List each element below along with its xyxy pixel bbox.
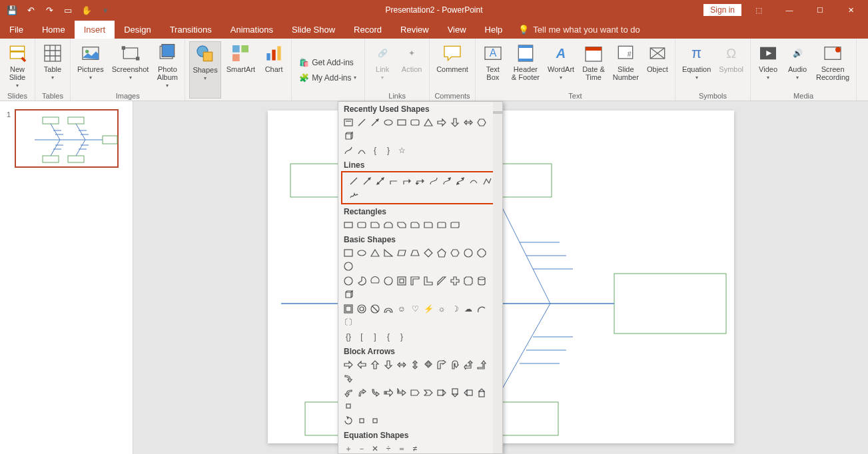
arrow-quad-icon[interactable] [422, 359, 434, 371]
shape-rectangle-icon[interactable] [396, 116, 408, 128]
chart-button[interactable]: Chart [260, 41, 287, 99]
freeform-icon[interactable] [481, 175, 493, 187]
equation-button[interactable]: πEquation▾ [679, 41, 713, 91]
chord-icon[interactable] [369, 275, 381, 287]
snip-same-rect-icon[interactable] [382, 219, 394, 231]
arrow-left-icon[interactable] [356, 359, 368, 371]
tab-view[interactable]: View [438, 21, 476, 39]
parallelogram-icon[interactable] [396, 247, 408, 259]
screenshot-button[interactable]: Screenshot▾ [109, 41, 152, 91]
snip-diag-rect-icon[interactable] [396, 219, 408, 231]
donut-icon[interactable] [356, 303, 368, 315]
tab-slideshow[interactable]: Slide Show [282, 21, 344, 39]
symbol-button[interactable]: ΩSymbol [716, 41, 746, 91]
hexagon-shape-icon[interactable] [449, 247, 461, 259]
snip-single-rect-icon[interactable] [369, 219, 381, 231]
cloud-icon[interactable]: ☁ [462, 303, 474, 315]
snip-round-rect-icon[interactable] [409, 219, 421, 231]
teardrop-icon[interactable] [382, 275, 394, 287]
tab-review[interactable]: Review [391, 21, 438, 39]
arrow-updown-icon[interactable] [409, 359, 421, 371]
ribbon-display-options-icon[interactable]: ⬚ [745, 2, 772, 18]
pictures-button[interactable]: Pictures▾ [75, 41, 107, 91]
triangle-shape-icon[interactable] [369, 247, 381, 259]
arrow-bent-icon[interactable] [436, 359, 448, 371]
photo-album-button[interactable]: Photo Album▾ [154, 41, 181, 91]
redo-icon[interactable]: ↷ [41, 2, 57, 18]
tell-me[interactable]: 💡Tell me what you want to do [512, 21, 646, 39]
my-addins-button[interactable]: 🧩My Add-ins▾ [296, 71, 359, 85]
arrow-notched-icon[interactable] [396, 387, 408, 399]
gallery-scrollbar[interactable] [493, 102, 502, 453]
sun-icon[interactable]: ☼ [436, 303, 448, 315]
arrow-callout-down-icon[interactable] [449, 387, 461, 399]
rounded-rect-icon[interactable] [356, 219, 368, 231]
heptagon-icon[interactable] [462, 247, 474, 259]
arrow-bent-up-icon[interactable] [476, 359, 488, 371]
shape-right-arrow-icon[interactable] [436, 116, 448, 128]
shape-line-arrow-icon[interactable] [369, 116, 381, 128]
arrow-circular-icon[interactable] [342, 415, 354, 427]
shape-hexagon-icon[interactable] [476, 116, 488, 128]
arrow-callout-up-icon[interactable] [476, 387, 488, 399]
pie-icon[interactable] [356, 275, 368, 287]
round-same-rect-icon[interactable] [436, 219, 448, 231]
left-bracket-icon[interactable]: [ [356, 331, 368, 343]
line-icon[interactable] [348, 175, 360, 187]
save-icon[interactable]: 💾 [4, 2, 20, 18]
table-button[interactable]: Table▾ [39, 41, 66, 91]
double-brace-icon[interactable]: {} [342, 331, 354, 343]
shape-line-icon[interactable] [356, 116, 368, 128]
tab-design[interactable]: Design [115, 21, 160, 39]
double-bracket-icon[interactable]: 〔〕 [342, 316, 354, 328]
tab-home[interactable]: Home [33, 21, 75, 39]
shapes-button[interactable]: Shapes▾ [189, 41, 220, 99]
curve-icon[interactable] [468, 175, 480, 187]
round-single-rect-icon[interactable] [422, 219, 434, 231]
shape-double-arrow-icon[interactable] [462, 116, 474, 128]
slide-thumbnail-1[interactable]: 1 [15, 109, 119, 168]
arrow-curved-left-icon[interactable] [342, 387, 354, 399]
qat-more-icon[interactable]: ▾ [97, 2, 113, 18]
comment-button[interactable]: Comment [434, 41, 471, 91]
shape-down-arrow-icon[interactable] [449, 116, 461, 128]
arrow-leftright-icon[interactable] [396, 359, 408, 371]
start-from-beginning-icon[interactable]: ▭ [60, 2, 76, 18]
moon-icon[interactable]: ☽ [449, 303, 461, 315]
header-footer-button[interactable]: Header & Footer [509, 41, 542, 91]
eq-equal-icon[interactable]: ＝ [396, 443, 408, 454]
elbow-double-arrow-icon[interactable] [414, 175, 426, 187]
round-diag-rect-icon[interactable] [449, 219, 461, 231]
block-arc-icon[interactable] [382, 303, 394, 315]
lightning-icon[interactable]: ⚡ [422, 303, 434, 315]
screen-recording-button[interactable]: Screen Recording [813, 41, 852, 91]
eq-multiply-icon[interactable]: ✕ [369, 443, 381, 454]
date-time-button[interactable]: Date & Time [580, 41, 608, 91]
arrow-curved-down-icon[interactable] [369, 387, 381, 399]
arrow-callout-left-icon[interactable] [462, 387, 474, 399]
new-slide-button[interactable]: New Slide▾ [4, 41, 31, 91]
elbow-arrow-connector-icon[interactable] [401, 175, 413, 187]
cross-icon[interactable] [449, 275, 461, 287]
action-button[interactable]: ✦Action [398, 41, 425, 91]
arrow-down-icon[interactable] [382, 359, 394, 371]
shape-arc-icon[interactable] [356, 144, 368, 156]
arrow-curved-right-icon[interactable] [342, 372, 354, 384]
close-icon[interactable]: ✕ [837, 2, 864, 18]
decagon-icon[interactable] [342, 260, 354, 272]
link-button[interactable]: 🔗Link▾ [369, 41, 396, 91]
get-addins-button[interactable]: 🛍️Get Add-ins [296, 55, 359, 70]
shape-text-box-icon[interactable] [342, 116, 354, 128]
shape-right-brace-icon[interactable]: } [382, 144, 394, 156]
l-shape-icon[interactable] [422, 275, 434, 287]
curved-arrow-connector-icon[interactable] [441, 175, 453, 187]
right-bracket-icon[interactable]: ] [369, 331, 381, 343]
half-frame-icon[interactable] [409, 275, 421, 287]
smiley-icon[interactable]: ☺ [396, 303, 408, 315]
arc-shape-icon[interactable] [476, 303, 488, 315]
arrow-curved-up-icon[interactable] [356, 387, 368, 399]
line-double-arrow-icon[interactable] [374, 175, 386, 187]
shape-oval-icon[interactable] [382, 116, 394, 128]
arrow-uturn-icon[interactable] [449, 359, 461, 371]
shape-triangle-icon[interactable] [422, 116, 434, 128]
